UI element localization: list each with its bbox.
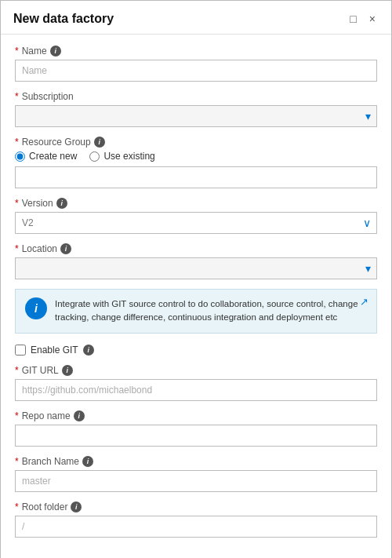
name-label: * Name i: [15, 46, 377, 57]
repo-name-required-star: *: [15, 410, 19, 421]
use-existing-radio-label: Use existing: [103, 151, 154, 162]
resource-group-field-group: * Resource Group i Create new Use existi…: [15, 137, 377, 188]
git-external-link-icon[interactable]: ↗: [360, 296, 368, 308]
new-data-factory-dialog: New data factory □ × * Name i * Subscrip…: [0, 0, 392, 558]
version-select-wrapper: V2 V1 ∨: [15, 212, 377, 234]
git-info-i-icon: i: [25, 297, 47, 319]
repo-name-info-icon[interactable]: i: [74, 410, 85, 421]
git-url-required-star: *: [15, 365, 19, 376]
root-folder-required-star: *: [15, 501, 19, 512]
root-folder-input[interactable]: [15, 516, 377, 538]
create-new-radio-option[interactable]: Create new: [15, 151, 77, 162]
create-new-radio[interactable]: [15, 151, 25, 162]
git-url-label: * GIT URL i: [15, 365, 377, 376]
root-folder-info-icon[interactable]: i: [71, 501, 82, 512]
name-required-star: *: [15, 46, 19, 57]
dialog-body: * Name i * Subscription ▾ * Resour: [1, 35, 391, 558]
subscription-select[interactable]: [15, 105, 377, 127]
header-icons: □ ×: [347, 12, 379, 26]
close-button[interactable]: ×: [366, 12, 379, 26]
location-select-wrapper: ▾: [15, 257, 377, 279]
resource-group-input[interactable]: [15, 166, 377, 188]
resource-group-label: * Resource Group i: [15, 137, 377, 148]
dialog-header: New data factory □ ×: [1, 1, 391, 35]
name-info-icon[interactable]: i: [50, 46, 61, 57]
git-url-field-group: * GIT URL i: [15, 365, 377, 401]
version-info-icon[interactable]: i: [56, 198, 67, 209]
enable-git-checkbox[interactable]: [15, 345, 26, 356]
location-required-star: *: [15, 243, 19, 254]
use-existing-radio[interactable]: [89, 151, 100, 162]
location-info-icon[interactable]: i: [60, 243, 71, 254]
resource-group-label-text: Resource Group: [22, 137, 91, 148]
repo-name-label-text: Repo name: [22, 410, 71, 421]
repo-name-input[interactable]: [15, 425, 377, 447]
git-url-input[interactable]: [15, 379, 377, 401]
git-info-box: i Integrate with GIT source control to d…: [15, 289, 377, 334]
name-label-text: Name: [22, 46, 47, 57]
rg-info-icon[interactable]: i: [94, 137, 105, 148]
location-label: * Location i: [15, 243, 377, 254]
version-select[interactable]: V2 V1: [15, 212, 377, 234]
branch-name-required-star: *: [15, 456, 19, 467]
use-existing-radio-option[interactable]: Use existing: [89, 151, 154, 162]
minimize-button[interactable]: □: [347, 12, 359, 26]
subscription-label: * Subscription: [15, 91, 377, 102]
version-required-star: *: [15, 198, 19, 209]
location-label-text: Location: [22, 243, 57, 254]
subscription-select-wrapper: ▾: [15, 105, 377, 127]
branch-name-input[interactable]: [15, 470, 377, 492]
git-url-info-icon[interactable]: i: [62, 365, 73, 376]
version-label: * Version i: [15, 198, 377, 209]
branch-name-label: * Branch Name i: [15, 456, 377, 467]
name-field-group: * Name i: [15, 46, 377, 82]
location-select[interactable]: [15, 257, 377, 279]
dialog-title: New data factory: [13, 12, 114, 26]
branch-name-label-text: Branch Name: [22, 456, 79, 467]
repo-name-label: * Repo name i: [15, 410, 377, 421]
enable-git-label[interactable]: Enable GIT: [31, 345, 78, 356]
subscription-label-text: Subscription: [22, 91, 74, 102]
subscription-required-star: *: [15, 91, 19, 102]
version-field-group: * Version i V2 V1 ∨: [15, 198, 377, 234]
git-info-text: Integrate with GIT source control to do …: [55, 297, 367, 325]
branch-name-field-group: * Branch Name i: [15, 456, 377, 492]
create-new-radio-label: Create new: [29, 151, 77, 162]
root-folder-field-group: * Root folder i: [15, 501, 377, 538]
repo-name-field-group: * Repo name i: [15, 410, 377, 447]
resource-group-radio-group: Create new Use existing: [15, 151, 377, 162]
location-field-group: * Location i ▾: [15, 243, 377, 279]
git-url-label-text: GIT URL: [22, 365, 59, 376]
enable-git-info-icon[interactable]: i: [83, 345, 94, 356]
name-input[interactable]: [15, 60, 377, 82]
root-folder-label: * Root folder i: [15, 501, 377, 512]
root-folder-label-text: Root folder: [22, 501, 68, 512]
subscription-field-group: * Subscription ▾: [15, 91, 377, 127]
rg-required-star: *: [15, 137, 19, 148]
version-label-text: Version: [22, 198, 53, 209]
enable-git-group: Enable GIT i: [15, 345, 377, 356]
branch-name-info-icon[interactable]: i: [82, 456, 93, 467]
